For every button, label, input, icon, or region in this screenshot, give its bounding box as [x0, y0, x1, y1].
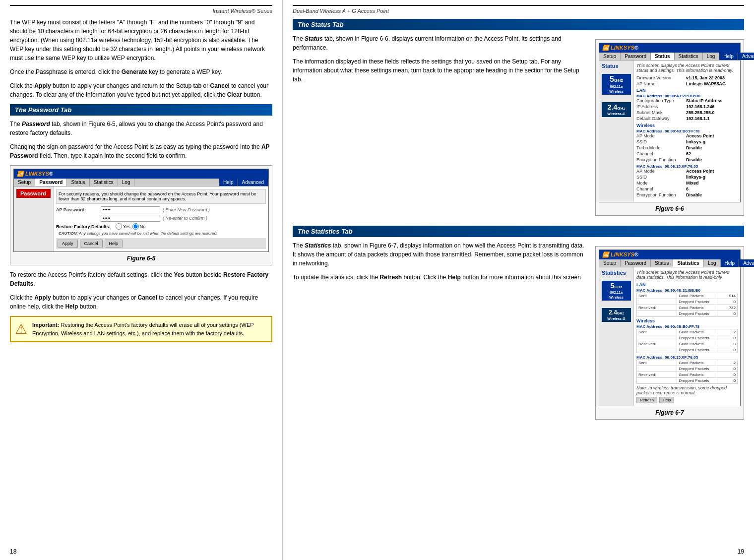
status-nav-setup[interactable]: Setup — [599, 53, 621, 60]
5ghz-sent-label: Sent — [637, 329, 677, 335]
status-desc-1: The Status tab, shown in Figure 6-6, dis… — [293, 34, 588, 52]
status-desc-2: The information displayed in these field… — [293, 57, 588, 84]
24ghz-sent-drop-row: Dropped Packets 0 — [637, 366, 738, 372]
password-tab-heading: The Password Tab — [10, 104, 272, 116]
enter-hint: ( Enter New Password ) — [163, 207, 210, 212]
nav-password[interactable]: Password — [35, 179, 67, 186]
stats-nav-advanced[interactable]: Advanced — [739, 259, 754, 267]
stats-nav-password[interactable]: Password — [621, 259, 651, 267]
figure-6-6-caption: Figure 6-6 — [599, 205, 741, 212]
24ghz-recv-drop-row: Dropped Packets 0 — [637, 378, 738, 384]
linksys-ui-password: 📶 LINKSYS® Setup Password Status Statist… — [13, 169, 269, 252]
linksys-nav[interactable]: Setup Password Status Statistics Log Hel… — [14, 179, 268, 187]
stats-text: The Statistics tab, shown in Figure 6-7,… — [293, 241, 588, 425]
stats-nav[interactable]: Setup Password Status Statistics Log Hel… — [599, 259, 740, 267]
24ghz-sent-row: Sent Good Packets 2 — [637, 360, 738, 366]
wep-para-2: Once the Passphrase is entered, click th… — [10, 67, 272, 76]
linksys-stats-ui: 📶 LINKSYS® Setup Password Status Statist… — [599, 249, 741, 406]
stats-nav-help[interactable]: Help — [721, 259, 740, 267]
stats-nav-statistics[interactable]: Statistics — [673, 259, 703, 267]
24ghz-stats-table: Sent Good Packets 2 Dropped Packets 0 — [636, 360, 738, 384]
status-nav-status[interactable]: Status — [651, 53, 675, 60]
status-sidebar-label: Status — [602, 63, 631, 69]
stats-24ghz-mac: MAC Address: 00:06:25:0F:76:05 — [636, 355, 738, 360]
nav-status[interactable]: Status — [67, 179, 89, 186]
5ghz-mac-section: MAC Address: 00:90:4B:B0:FF:78 AP Mode A… — [636, 129, 738, 162]
nav-log[interactable]: Log — [118, 179, 135, 186]
factory-yes-radio[interactable] — [116, 223, 122, 230]
5ghz-badge: 5GHz 802.11a Wireless — [602, 74, 631, 95]
status-figure: 📶 LINKSYS® Setup Password Status Statist… — [595, 34, 744, 221]
status-nav-help[interactable]: Help — [719, 53, 738, 60]
5ghz-channel-row: Channel 62 — [636, 151, 738, 156]
24ghz-recv-drop-val: 0 — [717, 378, 738, 384]
figure-6-7-box: 📶 LINKSYS® Setup Password Status Statist… — [595, 246, 744, 420]
ap-password-input[interactable] — [101, 206, 160, 213]
stats-nav-log[interactable]: Log — [704, 259, 721, 267]
5ghz-sent-good-val: 2 — [717, 329, 738, 335]
24ghz-channel-row: Channel 6 — [636, 187, 738, 191]
ap-password-confirm-input[interactable] — [101, 215, 160, 222]
lan-sent-good-label: Good Packets — [677, 293, 717, 299]
nav-advanced[interactable]: Advanced — [238, 179, 268, 186]
status-ui-content: Status 5GHz 802.11a Wireless 2.4GHz — [599, 61, 740, 202]
apply-button[interactable]: Apply — [58, 240, 78, 248]
5ghz-sent-drop-row: Dropped Packets 0 — [637, 335, 738, 341]
stats-logo: 📶 LINKSYS® — [602, 251, 638, 258]
stats-main: This screen displays the Access Point's … — [634, 267, 740, 406]
24ghz-sent-good-label: Good Packets — [677, 360, 717, 366]
stats-header: 📶 LINKSYS® — [599, 250, 740, 259]
cancel-button[interactable]: Cancel — [80, 240, 103, 248]
5ghz-recv-drop-row: Dropped Packets 0 — [637, 347, 738, 353]
help-button[interactable]: Help — [105, 240, 123, 248]
warning-icon: ⚠ — [15, 321, 27, 337]
factory-defaults-row: Restore Factory Defaults: Yes No — [56, 223, 266, 230]
password-buttons: Apply Cancel Help — [56, 238, 266, 249]
stats-lan-label: LAN — [636, 282, 738, 287]
24ghz-sent-drop-label: Dropped Packets — [677, 366, 717, 372]
5ghz-sent-good-label: Good Packets — [677, 329, 717, 335]
5ghz-recv-row: Received: Good Packets 0 — [637, 341, 738, 347]
status-text: The Status tab, shown in Figure 6-6, dis… — [293, 34, 588, 221]
stats-nav-status[interactable]: Status — [651, 259, 673, 267]
warning-text: Important: Restoring the Access Point's … — [32, 321, 267, 337]
lan-stats-table: Sent Good Packets 914 Dropped Packets 0 — [636, 293, 738, 317]
linksys-logo: 📶 LINKSYS® — [17, 171, 53, 177]
nav-help[interactable]: Help — [219, 179, 238, 186]
restore-text-2: Click the Apply button to apply your cha… — [10, 293, 272, 311]
right-header: Dual-Band Wireless A + G Access Point — [293, 5, 744, 14]
stats-content-row: The Statistics tab, shown in Figure 6-7,… — [293, 241, 744, 425]
lan-recv-good-label: Good Packets — [677, 305, 717, 311]
lan-sent-label: Sent — [637, 293, 677, 299]
refresh-button[interactable]: Refresh — [636, 397, 657, 403]
password-desc-2: Changing the sign-on password for the Ac… — [10, 142, 272, 160]
factory-defaults-label: Restore Factory Defaults: — [56, 224, 116, 229]
status-logo: 📶 LINKSYS® — [602, 45, 638, 51]
nav-setup[interactable]: Setup — [14, 179, 35, 186]
5ghz-stats-table: Sent Good Packets 2 Dropped Packets 0 — [636, 329, 738, 353]
factory-no-radio[interactable] — [132, 223, 139, 230]
page-number-left: 18 — [10, 548, 16, 555]
stats-help-button[interactable]: Help — [659, 397, 674, 403]
status-nav[interactable]: Setup Password Status Statistics Log Hel… — [599, 53, 740, 61]
5ghz-recv-good-label: Good Packets — [677, 341, 717, 347]
left-header: Instant Wireless® Series — [10, 5, 272, 14]
wireless-label: Wireless — [636, 123, 738, 128]
lan-recv-drop-val: 0 — [717, 311, 738, 317]
status-nav-advanced[interactable]: Advanced — [738, 53, 754, 60]
stats-buttons: Refresh Help — [636, 397, 738, 403]
stats-ui-content: Statistics 5GHz 802.11a Wireless 2.4GHz — [599, 267, 740, 406]
status-nav-log[interactable]: Log — [703, 53, 720, 60]
stats-nav-setup[interactable]: Setup — [599, 259, 621, 267]
stats-5ghz-mac: MAC Address: 00:90:4B:B0:FF:78 — [636, 324, 738, 329]
lan-sent-drop-row: Dropped Packets 0 — [637, 299, 738, 305]
status-nav-statistics[interactable]: Statistics — [675, 53, 703, 60]
ap-password-confirm-row: ( Re-enter to Confirm ) — [56, 215, 266, 222]
password-sidebar: Password — [14, 187, 54, 251]
nav-statistics[interactable]: Statistics — [90, 179, 118, 186]
lan-sent-row: Sent Good Packets 914 — [637, 293, 738, 299]
5ghz-ssid-row: SSID linksys-g — [636, 139, 738, 144]
lan-sent-good-val: 914 — [717, 293, 738, 299]
password-desc-1: The Password tab, shown in Figure 6-5, a… — [10, 120, 272, 137]
status-nav-password[interactable]: Password — [621, 53, 651, 60]
